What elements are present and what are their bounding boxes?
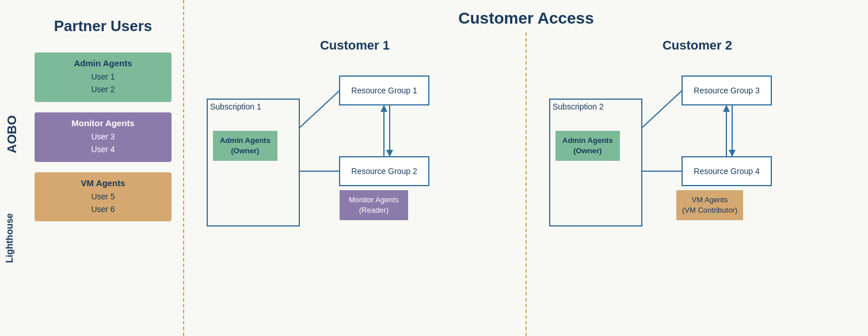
admin-agents-users: User 1User 2 [44, 70, 162, 96]
lighthouse-label: Lighthouse [5, 213, 15, 263]
svg-line-3 [299, 90, 340, 128]
svg-marker-17 [729, 150, 736, 157]
vm-agents-group: VM Agents User 5User 6 [35, 172, 172, 222]
vm-agents-users: User 5User 6 [44, 190, 162, 216]
admin-agents-owner-c2: Admin Agents(Owner) [555, 131, 620, 161]
admin-agents-group: Admin Agents User 1User 2 [35, 52, 172, 102]
svg-marker-15 [723, 105, 730, 112]
partner-title: Partner Users [35, 17, 172, 35]
svg-marker-8 [386, 150, 393, 157]
customer-1-title: Customer 1 [201, 38, 508, 53]
customer-1-col: Customer 1 [184, 32, 526, 336]
partner-panel: AOBO Lighthouse Partner Users Admin Agen… [0, 0, 184, 336]
admin-agents-owner-c1: Admin Agents(Owner) [213, 131, 277, 161]
customer-2-col: Customer 2 [527, 32, 868, 336]
monitor-agents-users: User 3User 4 [44, 130, 162, 156]
svg-rect-9 [550, 99, 642, 226]
resource-group-3-label: Resource Group 3 [682, 76, 771, 105]
svg-line-12 [642, 90, 682, 128]
main-diagram: AOBO Lighthouse Partner Users Admin Agen… [0, 0, 868, 336]
resource-group-4-label: Resource Group 4 [682, 157, 771, 186]
customer-2-title: Customer 2 [544, 38, 851, 53]
monitor-agents-group: Monitor Agents User 3User 4 [35, 112, 172, 162]
customer-1-diagram: Subscription 1 Admin Agents(Owner) Resou… [201, 65, 508, 324]
resource-group-2-label: Resource Group 2 [340, 157, 429, 186]
vm-agents-title: VM Agents [44, 178, 162, 188]
svg-marker-6 [380, 105, 387, 112]
aobo-label: AOBO [5, 115, 20, 153]
subscription-2-label: Subscription 2 [553, 102, 604, 111]
svg-rect-0 [207, 99, 299, 226]
customer-access-panel: Customer Access Customer 1 [184, 0, 868, 336]
admin-agents-title: Admin Agents [44, 58, 162, 68]
customer-2-diagram: Subscription 2 Admin Agents(Owner) Resou… [544, 65, 851, 324]
monitor-agents-title: Monitor Agents [44, 118, 162, 128]
resource-group-1-label: Resource Group 1 [340, 76, 429, 105]
subscription-1-label: Subscription 1 [210, 102, 261, 111]
customer-access-title: Customer Access [184, 0, 868, 28]
monitor-agents-reader-c1: Monitor Agents(Reader) [340, 190, 408, 220]
customers-row: Customer 1 [184, 32, 868, 336]
vm-agents-contributor-c2: VM Agents(VM Contributor) [676, 190, 743, 220]
